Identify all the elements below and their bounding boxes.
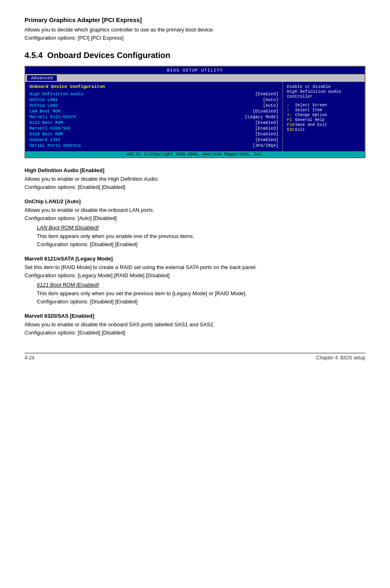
bios-row-label: OnChip LAN2 bbox=[29, 103, 58, 108]
bios-row-value: [Auto] bbox=[263, 97, 278, 102]
sub-section: LAN Boot ROM [Disabled] This item appear… bbox=[37, 224, 365, 248]
bios-row: Marvell 6121/eSATA[Legacy Mode] bbox=[29, 114, 278, 119]
sub-section-title: 6121 Boot ROM [Enabled] bbox=[37, 282, 365, 288]
bios-key-symbol: F1 bbox=[287, 118, 295, 122]
bios-row-value: [Enabled] bbox=[255, 126, 278, 131]
bios-row-value: [Auto] bbox=[263, 103, 278, 108]
bios-row-label: Marvell 6320/SAS bbox=[29, 126, 71, 131]
bios-key-symbol: F10 bbox=[287, 123, 295, 127]
content-sections: High Definition Audio [Enabled]Allows yo… bbox=[25, 167, 365, 337]
bios-row-label: OnChip LAN1 bbox=[29, 97, 58, 102]
bios-row-value: [Enabled] bbox=[255, 132, 278, 137]
bios-row-value: [Disabled] bbox=[253, 109, 278, 114]
bios-key-action: General Help bbox=[295, 118, 325, 122]
bios-rows: High Definition Audio[Enabled]OnChip LAN… bbox=[29, 92, 278, 148]
bios-row-label: High Definition Audio bbox=[29, 92, 83, 97]
section-marvell-esata: Marvell 6121/eSATA [Legacy Mode]Set this… bbox=[25, 256, 365, 305]
chapter-ref: Chapter 4: BIOS setup bbox=[316, 355, 365, 361]
bios-row-label: Serial Port1 Address bbox=[29, 143, 81, 148]
bios-key-action: Exit bbox=[295, 128, 305, 132]
bios-row-label: Marvell 6121/eSATA bbox=[29, 114, 76, 119]
bios-key-row: ESCExit bbox=[287, 128, 361, 132]
section-title: OnChip LAN1/2 [Auto] bbox=[25, 198, 365, 204]
bios-left-panel: Onboard Device Configuraiton High Defini… bbox=[25, 82, 283, 151]
page-footer: 4-24 Chapter 4: BIOS setup bbox=[25, 353, 365, 361]
bios-row-value: [3F8/IRQ4] bbox=[253, 143, 278, 148]
bios-header: BIOS SETUP UTILITY bbox=[25, 67, 365, 74]
section-marvell-sas: Marvell 6320/SAS [Enabled]Allows you to … bbox=[25, 313, 365, 337]
page-number: 4-24 bbox=[25, 355, 34, 361]
primary-graphics-section: Primary Graphics Adapter [PCI Express] A… bbox=[25, 16, 365, 42]
bios-tab-advanced[interactable]: Advanced bbox=[27, 75, 57, 81]
bios-row: OnChip LAN1[Auto] bbox=[29, 97, 278, 102]
bios-help-title: Enable or Disable High Definition Audio … bbox=[287, 84, 361, 99]
bios-body: Onboard Device Configuraiton High Defini… bbox=[25, 82, 365, 151]
bios-row-value: [Enabled] bbox=[255, 137, 278, 142]
bios-key-symbol: +- bbox=[287, 113, 295, 117]
bios-row: 6121 Boot ROM[Enabled] bbox=[29, 120, 278, 125]
bios-row-value: [Enabled] bbox=[255, 92, 278, 97]
bios-row-label: Onboard 1394 bbox=[29, 137, 61, 142]
bios-key-symbol: ESC bbox=[287, 128, 295, 132]
bios-right-panel: Enable or Disable High Definition Audio … bbox=[283, 82, 365, 151]
bios-row: OnChip LAN2[Auto] bbox=[29, 103, 278, 108]
bios-keys: ↔Select Screen↕Select Item+-Change Optio… bbox=[287, 103, 361, 132]
bios-key-action: Save and Exit bbox=[295, 123, 327, 127]
bios-row: Onboard 1394[Enabled] bbox=[29, 137, 278, 142]
bios-key-row: F10Save and Exit bbox=[287, 123, 361, 127]
chapter-heading: 4.5.4 Onboard Devices Configuration bbox=[25, 51, 365, 60]
bios-key-symbol: ↔ bbox=[287, 103, 295, 108]
bios-setup-box: BIOS SETUP UTILITY Advanced Onboard Devi… bbox=[25, 66, 365, 158]
bios-row-label: LAN Boot ROM bbox=[29, 109, 61, 114]
bios-tab-bar: Advanced bbox=[25, 74, 365, 82]
bios-row: LAN Boot ROM[Disabled] bbox=[29, 109, 278, 114]
bios-key-row: F1General Help bbox=[287, 118, 361, 122]
bios-key-row: +-Change Option bbox=[287, 113, 361, 117]
section-title: Marvell 6320/SAS [Enabled] bbox=[25, 313, 365, 319]
bios-key-action: Select Item bbox=[295, 108, 322, 112]
section-description: Allows you to enable or disable the High… bbox=[25, 175, 365, 191]
bios-section-label: Onboard Device Configuraiton bbox=[29, 84, 278, 89]
section-description: Set this item to [RAID Mode] to create a… bbox=[25, 263, 365, 279]
bios-row: High Definition Audio[Enabled] bbox=[29, 92, 278, 97]
sub-section-desc: This item appears only when you set the … bbox=[37, 290, 365, 305]
bios-row-label: 6121 Boot ROM bbox=[29, 120, 63, 125]
primary-graphics-title: Primary Graphics Adapter [PCI Express] bbox=[25, 16, 365, 23]
section-onchip-lan: OnChip LAN1/2 [Auto]Allows you to enable… bbox=[25, 198, 365, 248]
section-title: Marvell 6121/eSATA [Legacy Mode] bbox=[25, 256, 365, 262]
bios-key-action: Change Option bbox=[295, 113, 327, 117]
primary-graphics-desc: Allows you to decide which graphics cont… bbox=[25, 26, 365, 42]
bios-row: Serial Port1 Address[3F8/IRQ4] bbox=[29, 143, 278, 148]
bios-row-value: [Legacy Mode] bbox=[245, 114, 278, 119]
bios-key-symbol: ↕ bbox=[287, 108, 295, 112]
sub-section-title: LAN Boot ROM [Disabled] bbox=[37, 224, 365, 231]
bios-key-row: ↔Select Screen bbox=[287, 103, 361, 108]
section-description: Allows you to enable or disable the onbo… bbox=[25, 321, 365, 337]
bios-footer: v02.61 (C)Copyright 1985-2008, American … bbox=[25, 151, 365, 157]
sub-section: 6121 Boot ROM [Enabled] This item appear… bbox=[37, 282, 365, 305]
section-title: High Definition Audio [Enabled] bbox=[25, 167, 365, 173]
bios-key-row: ↕Select Item bbox=[287, 108, 361, 112]
bios-row-label: 6320 Boot ROM bbox=[29, 132, 63, 137]
bios-row: Marvell 6320/SAS[Enabled] bbox=[29, 126, 278, 131]
bios-row-value: [Enabled] bbox=[255, 120, 278, 125]
section-description: Allows you to enable or disable the onbo… bbox=[25, 206, 365, 222]
sub-section-desc: This item appears only when you enable o… bbox=[37, 232, 365, 248]
bios-row: 6320 Boot ROM[Enabled] bbox=[29, 132, 278, 137]
section-hd-audio: High Definition Audio [Enabled]Allows yo… bbox=[25, 167, 365, 191]
bios-key-action: Select Screen bbox=[295, 103, 327, 108]
